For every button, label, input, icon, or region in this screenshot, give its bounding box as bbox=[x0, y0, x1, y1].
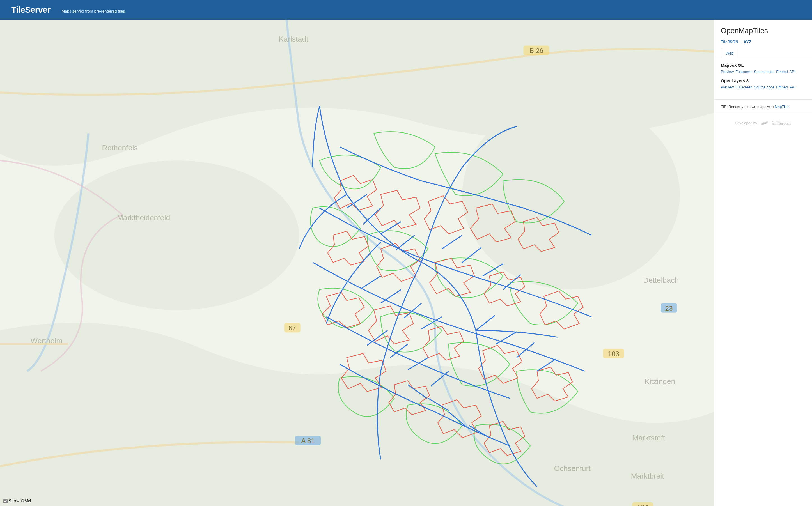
app-header: TileServer Maps served from pre-rendered… bbox=[0, 0, 812, 20]
map-place-label: Kitzingen bbox=[645, 377, 675, 386]
klokan-logo: KLOKANTECHNOLOGIES bbox=[760, 120, 791, 125]
renderer-links: PreviewFullscreenSource codeEmbedAPI bbox=[721, 69, 805, 74]
road-badge: B 26 bbox=[523, 46, 549, 55]
renderer-link-api[interactable]: API bbox=[789, 70, 795, 74]
svg-text:103: 103 bbox=[608, 350, 619, 358]
dev-prefix: Developed by bbox=[735, 121, 757, 125]
show-osm-label: Show OSM bbox=[9, 498, 31, 504]
app-tagline: Maps served from pre-rendered tiles bbox=[62, 9, 125, 13]
svg-text:104: 104 bbox=[637, 503, 648, 506]
map-place-label: Rothenfels bbox=[102, 144, 138, 152]
map-place-label: Wertheim bbox=[30, 337, 63, 345]
renderer-link-source-code[interactable]: Source code bbox=[754, 85, 775, 89]
tabs-bar: Web bbox=[714, 48, 812, 58]
svg-text:B 26: B 26 bbox=[530, 47, 544, 55]
developed-by: Developed by KLOKANTECHNOLOGIES bbox=[714, 114, 812, 132]
tileset-title: OpenMapTiles bbox=[721, 26, 805, 35]
map-place-label: Karlstadt bbox=[278, 35, 308, 43]
road-badge: A 81 bbox=[295, 436, 321, 445]
map-place-label: Marktheidenfeld bbox=[117, 214, 170, 222]
map-place-label: Marktbreit bbox=[631, 472, 664, 480]
renderer-link-api[interactable]: API bbox=[789, 85, 795, 89]
renderer-link-preview[interactable]: Preview bbox=[721, 70, 734, 74]
tilejson-link[interactable]: TileJSON bbox=[721, 39, 738, 44]
show-osm-checkbox[interactable] bbox=[3, 499, 8, 503]
tip-row: TIP: Render your own maps with MapTiler. bbox=[714, 100, 812, 114]
xyz-link[interactable]: XYZ bbox=[743, 39, 751, 44]
road-badge: 104 bbox=[632, 502, 653, 506]
map-place-label: Marktsteft bbox=[632, 434, 665, 442]
svg-text:23: 23 bbox=[665, 305, 673, 312]
road-badge: 103 bbox=[603, 349, 624, 358]
renderer-link-fullscreen[interactable]: Fullscreen bbox=[735, 70, 752, 74]
tip-suffix: . bbox=[789, 105, 790, 109]
app-brand: TileServer bbox=[11, 5, 51, 15]
link-separator: | bbox=[740, 39, 742, 44]
road-badge: 67 bbox=[284, 323, 301, 332]
maptiler-link[interactable]: MapTiler bbox=[775, 105, 789, 109]
svg-point-3 bbox=[462, 99, 680, 289]
map-canvas[interactable]: ArnsteinKarlstadtRothenfelsMarktheidenfe… bbox=[0, 20, 714, 506]
svg-point-2 bbox=[55, 160, 299, 310]
tilejson-links: TileJSON | XYZ bbox=[721, 39, 805, 44]
side-panel: OpenMapTiles TileJSON | XYZ Web Mapbox G… bbox=[714, 20, 812, 506]
renderer-link-source-code[interactable]: Source code bbox=[754, 70, 775, 74]
map-place-label: Ochsenfurt bbox=[554, 464, 591, 473]
road-badge: 23 bbox=[661, 303, 677, 313]
renderer-links: PreviewFullscreenSource codeEmbedAPI bbox=[721, 85, 805, 89]
renderer-block: OpenLayers 3PreviewFullscreenSource code… bbox=[721, 78, 805, 89]
map-place-label: Dettelbach bbox=[643, 276, 679, 284]
tip-prefix: TIP: Render your own maps with bbox=[721, 105, 775, 109]
renderer-link-embed[interactable]: Embed bbox=[776, 70, 788, 74]
svg-text:A 81: A 81 bbox=[301, 437, 315, 444]
svg-text:67: 67 bbox=[289, 324, 296, 332]
kangaroo-icon bbox=[760, 120, 770, 125]
renderer-block: Mapbox GLPreviewFullscreenSource codeEmb… bbox=[721, 63, 805, 74]
renderer-name: Mapbox GL bbox=[721, 63, 805, 68]
renderer-link-embed[interactable]: Embed bbox=[776, 85, 788, 89]
show-osm-toggle[interactable]: Show OSM bbox=[3, 498, 31, 504]
renderer-name: OpenLayers 3 bbox=[721, 78, 805, 83]
main-layout: ArnsteinKarlstadtRothenfelsMarktheidenfe… bbox=[0, 20, 812, 506]
renderers-section: Mapbox GLPreviewFullscreenSource codeEmb… bbox=[714, 58, 812, 100]
dev-brand2: TECHNOLOGIES bbox=[772, 122, 791, 125]
map-pane[interactable]: ArnsteinKarlstadtRothenfelsMarktheidenfe… bbox=[0, 20, 714, 506]
renderer-link-fullscreen[interactable]: Fullscreen bbox=[735, 85, 752, 89]
renderer-link-preview[interactable]: Preview bbox=[721, 85, 734, 89]
tab-web[interactable]: Web bbox=[721, 48, 738, 58]
